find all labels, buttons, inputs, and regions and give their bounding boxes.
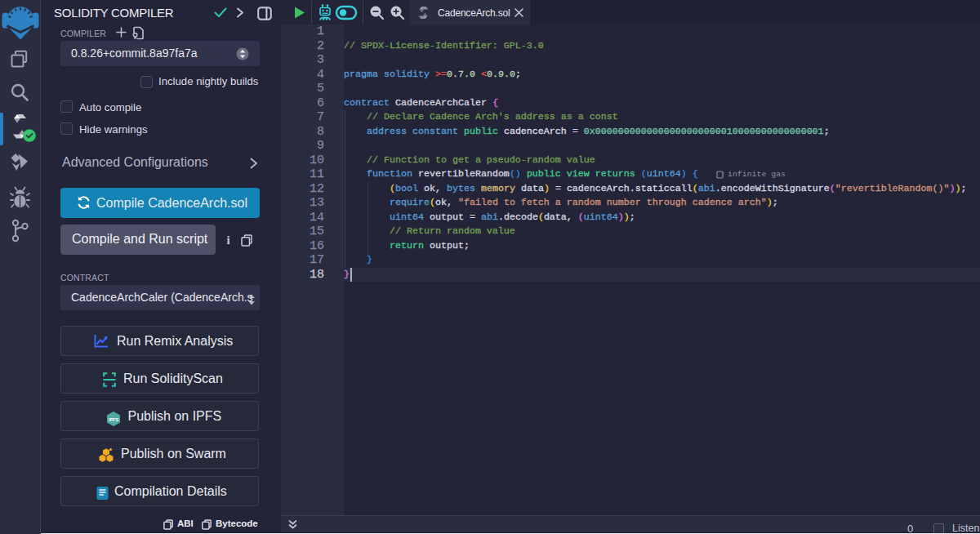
- svg-text:IPFS: IPFS: [109, 416, 119, 421]
